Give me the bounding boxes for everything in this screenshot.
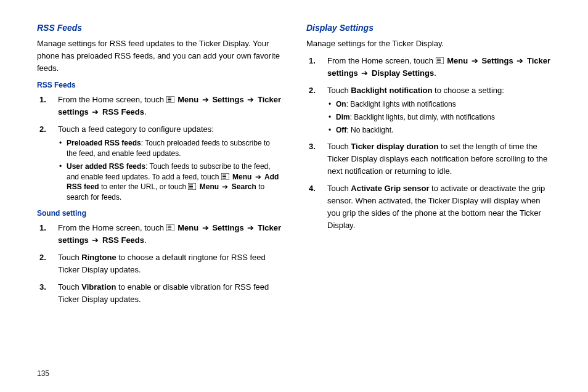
list-item: 1. From the Home screen, touch Menu ➔ Se… <box>54 222 282 247</box>
bullet-text: : No backlight. <box>346 126 393 134</box>
step-text: Touch <box>58 282 81 292</box>
arrow-icon: ➔ <box>470 56 480 65</box>
sub-bullets: On: Backlight lights with notifications … <box>327 99 551 135</box>
path-seg: Settings <box>212 223 243 232</box>
menu-icon <box>166 224 174 231</box>
path-seg: Settings <box>212 95 243 104</box>
display-settings-steps: 1. From the Home screen, touch Menu ➔ Se… <box>306 55 551 232</box>
rss-feeds-steps: 1. From the Home screen, touch Menu ➔ Se… <box>37 94 282 203</box>
arrow-icon: ➔ <box>201 95 210 104</box>
path-seg: RSS Feeds <box>102 107 144 116</box>
bullet-item: Off: No backlight. <box>336 125 551 136</box>
step-number: 1. <box>309 55 316 67</box>
inline-bold: Activate Grip sensor <box>351 184 429 193</box>
step-text: From the Home screen, touch <box>58 95 166 104</box>
bullet-bold: User added RSS feeds <box>67 162 145 171</box>
bullet-bold: Preloaded RSS feeds <box>67 139 141 147</box>
step-text: Touch <box>327 86 351 95</box>
path-seg: Display Settings <box>372 68 434 78</box>
page-number: 135 <box>37 368 49 380</box>
list-item: 2. Touch a feed category to configure up… <box>54 123 282 203</box>
menu-icon <box>166 96 174 103</box>
intro-text: Manage settings for RSS feed updates to … <box>37 38 282 75</box>
bullet-item: Preloaded RSS feeds: Touch preloaded fee… <box>67 138 282 159</box>
arrow-icon: ➔ <box>515 56 525 65</box>
bullet-item: User added RSS feeds: Touch feeds to sub… <box>67 161 282 203</box>
inline-bold: Vibration <box>81 282 116 292</box>
list-item: 1. From the Home screen, touch Menu ➔ Se… <box>324 55 551 80</box>
step-text: Touch a feed category to configure updat… <box>58 125 214 134</box>
path-seg: Settings <box>481 56 513 65</box>
list-item: 3. Touch Ticker display duration to set … <box>324 141 551 178</box>
path-seg: Menu <box>447 56 468 65</box>
path-seg: Menu <box>200 182 219 191</box>
step-number: 1. <box>39 94 46 106</box>
arrow-icon: ➔ <box>246 95 255 104</box>
path-seg: Menu <box>178 95 198 104</box>
bullet-item: Dim: Backlight lights, but dimly, with n… <box>336 112 551 123</box>
section-title-display-settings: Display Settings <box>306 22 551 35</box>
path-seg: Search <box>232 182 256 191</box>
intro-text: Manage settings for the Ticker Display. <box>306 38 551 50</box>
section-title-rss-feeds: RSS Feeds <box>37 22 282 35</box>
step-number: 2. <box>39 251 46 264</box>
step-text: From the Home screen, touch <box>58 223 166 232</box>
bullet-bold: On <box>336 100 346 108</box>
page-columns: RSS Feeds Manage settings for RSS feed u… <box>0 0 588 323</box>
dot: . <box>144 107 147 116</box>
step-text: Touch <box>327 142 351 151</box>
subsection-title-sound-setting: Sound setting <box>37 208 282 219</box>
arrow-icon: ➔ <box>201 223 210 232</box>
bullet-bold: Off <box>336 126 346 134</box>
inline-bold: Ringtone <box>81 253 116 262</box>
list-item: 1. From the Home screen, touch Menu ➔ Se… <box>54 94 282 118</box>
right-column: Display Settings Manage settings for the… <box>306 22 551 311</box>
bullet-bold: Dim <box>336 113 350 121</box>
arrow-icon: ➔ <box>360 68 369 78</box>
menu-icon <box>221 173 229 180</box>
sub-bullets: Preloaded RSS feeds: Touch preloaded fee… <box>58 138 282 203</box>
list-item: 3. Touch Vibration to enable or disable … <box>54 281 282 306</box>
list-item: 4. Touch Activate Grip sensor to activat… <box>324 182 551 232</box>
bullet-text: to enter the URL, or touch <box>101 182 188 191</box>
step-number: 2. <box>309 84 316 97</box>
arrow-icon: ➔ <box>91 107 100 116</box>
menu-icon <box>188 183 196 190</box>
arrow-icon: ➔ <box>254 173 263 181</box>
subsection-title-rss-feeds: RSS Feeds <box>37 80 282 91</box>
menu-icon <box>436 57 444 64</box>
step-number: 3. <box>39 281 46 293</box>
step-number: 2. <box>39 123 46 136</box>
step-text: Touch <box>327 184 351 193</box>
bullet-item: On: Backlight lights with notifications <box>336 99 551 110</box>
path-seg: Menu <box>178 223 198 232</box>
step-text: to choose a setting: <box>432 86 504 95</box>
dot: . <box>144 235 147 245</box>
inline-bold: Backlight notification <box>351 86 432 95</box>
bullet-text: : Backlight lights with notifications <box>346 100 456 108</box>
list-item: 2. Touch Ringtone to choose a default ri… <box>54 251 282 276</box>
arrow-icon: ➔ <box>246 223 255 232</box>
left-column: RSS Feeds Manage settings for RSS feed u… <box>37 22 282 311</box>
path-seg: Menu <box>232 173 251 181</box>
inline-bold: Ticker display duration <box>351 142 438 151</box>
step-number: 3. <box>309 141 316 153</box>
path-seg: RSS Feeds <box>102 235 144 245</box>
bullet-text: : Backlight lights, but dimly, with noti… <box>350 113 495 121</box>
list-item: 2. Touch Backlight notification to choos… <box>324 84 551 136</box>
step-text: From the Home screen, touch <box>327 56 436 65</box>
dot: . <box>434 68 436 78</box>
sound-setting-steps: 1. From the Home screen, touch Menu ➔ Se… <box>37 222 282 306</box>
arrow-icon: ➔ <box>221 182 229 191</box>
arrow-icon: ➔ <box>91 235 100 245</box>
step-number: 4. <box>309 182 316 195</box>
step-number: 1. <box>39 222 46 234</box>
step-text: Touch <box>58 253 81 262</box>
